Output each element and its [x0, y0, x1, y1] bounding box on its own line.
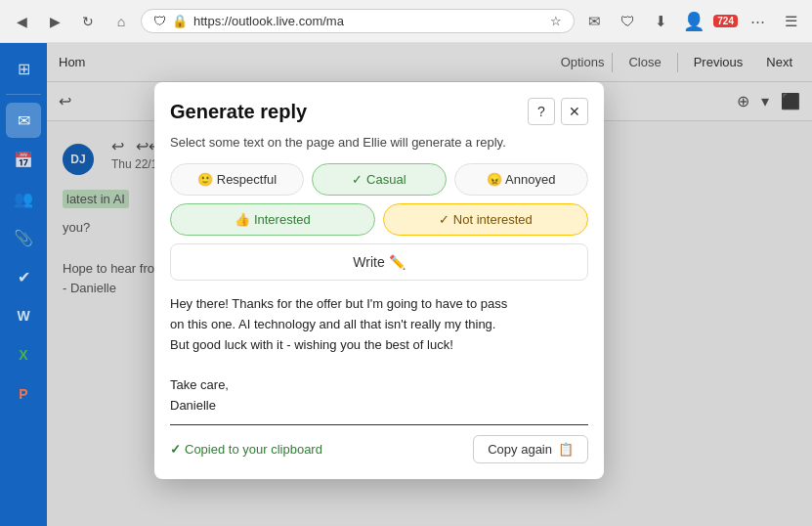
help-button[interactable]: ?	[528, 98, 555, 125]
mail-extension-icon[interactable]: ✉	[580, 8, 608, 35]
download-icon[interactable]: ⬇	[647, 8, 674, 35]
sidebar-item-word[interactable]: W	[6, 298, 41, 333]
forward-button[interactable]: ▶	[41, 8, 68, 35]
extensions-button[interactable]: ⋯	[744, 8, 771, 35]
browser-actions: ✉ 🛡 ⬇ 👤 724 ⋯ ☰	[580, 8, 804, 35]
sidebar-item-mail[interactable]: ✉	[6, 103, 41, 138]
sidebar-item-contacts[interactable]: 👥	[6, 181, 41, 216]
tone-respectful-button[interactable]: 🙂 Respectful	[170, 163, 304, 196]
sidebar-item-calendar[interactable]: 📅	[6, 142, 41, 177]
notification-badge: 724	[713, 15, 738, 27]
intent-interested-button[interactable]: 👍 Interested	[170, 203, 375, 236]
generate-reply-modal: Generate reply ? ✕ Select some text on t…	[154, 82, 604, 479]
security-shield-icon: 🛡	[153, 14, 166, 28]
main-content: Hom Options Close Previous Next ↩ ⊕ ▾ ⬛	[47, 43, 812, 526]
bitwarden-icon[interactable]: 🛡	[614, 8, 641, 35]
back-button[interactable]: ◀	[8, 8, 35, 35]
copy-again-label: Copy again	[488, 442, 552, 457]
copy-again-button[interactable]: Copy again 📋	[473, 435, 588, 463]
intent-buttons-row: 👍 Interested ✓ Not interested	[170, 203, 588, 236]
refresh-button[interactable]: ↻	[74, 8, 102, 35]
profile-avatar[interactable]: 👤	[680, 8, 707, 35]
intent-not-interested-button[interactable]: ✓ Not interested	[383, 203, 588, 236]
copied-label: Copied to your clipboard	[185, 442, 322, 457]
sidebar-item-excel[interactable]: X	[6, 337, 41, 373]
sidebar: ⊞ ✉ 📅 👥 📎 ✔ W X P	[0, 43, 47, 526]
sidebar-item-files[interactable]: 📎	[6, 220, 41, 255]
write-button[interactable]: Write ✏️	[170, 243, 588, 281]
clipboard-icon: 📋	[558, 442, 574, 457]
modal-subtitle: Select some text on the page and Ellie w…	[170, 135, 588, 150]
modal-title: Generate reply	[170, 101, 307, 123]
modal-footer: ✓ Copied to your clipboard Copy again 📋	[170, 435, 588, 463]
star-icon: ☆	[550, 14, 562, 28]
sidebar-item-powerpoint[interactable]: P	[6, 376, 41, 412]
check-icon: ✓	[170, 442, 181, 457]
copied-confirmation: ✓ Copied to your clipboard	[170, 442, 322, 457]
app-layout: ⊞ ✉ 📅 👥 📎 ✔ W X P Hom Options Close Prev…	[0, 43, 812, 526]
browser-chrome: ◀ ▶ ↻ ⌂ 🛡 🔒 https://outlook.live.com/ma …	[0, 0, 812, 43]
modal-header: Generate reply ? ✕	[170, 98, 588, 125]
home-button[interactable]: ⌂	[107, 8, 135, 35]
address-bar[interactable]: 🛡 🔒 https://outlook.live.com/ma ☆	[141, 9, 575, 33]
modal-header-buttons: ? ✕	[528, 98, 588, 125]
menu-button[interactable]: ☰	[777, 8, 804, 35]
app-grid-icon[interactable]: ⊞	[6, 51, 41, 86]
lock-icon: 🔒	[172, 14, 188, 28]
url-text: https://outlook.live.com/ma	[193, 14, 344, 28]
modal-close-button[interactable]: ✕	[561, 98, 588, 125]
generated-text-area: Hey there! Thanks for the offer but I'm …	[170, 294, 588, 425]
tone-casual-button[interactable]: ✓ Casual	[312, 163, 446, 196]
tone-annoyed-button[interactable]: 😠 Annoyed	[454, 163, 588, 196]
sidebar-item-todo[interactable]: ✔	[6, 259, 41, 294]
tone-buttons-row: 🙂 Respectful ✓ Casual 😠 Annoyed	[170, 163, 588, 196]
